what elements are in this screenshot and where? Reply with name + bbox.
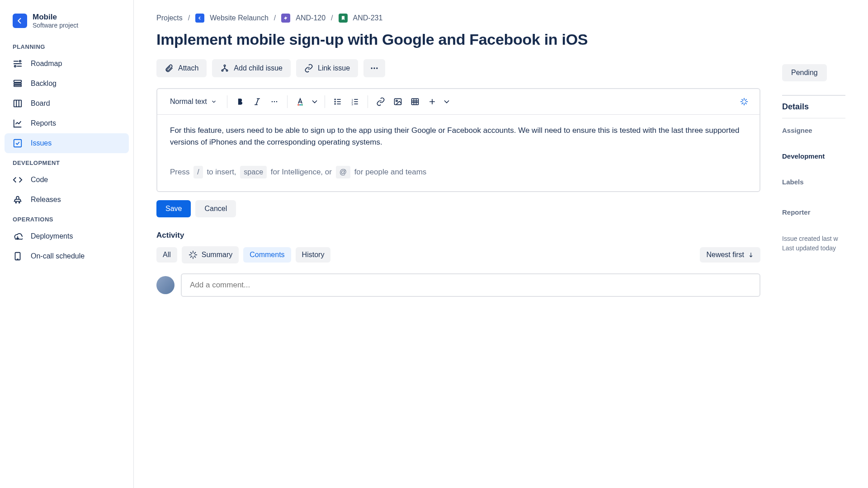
editor-toolbar: Normal text 123 <box>157 89 760 115</box>
breadcrumb-website-relaunch[interactable]: Website Relaunch <box>210 14 269 22</box>
numbered-list-icon: 123 <box>350 97 359 106</box>
breadcrumb-and-120[interactable]: AND-120 <box>296 14 326 22</box>
meta-created: Issue created last w <box>782 234 845 244</box>
details-panel: Pending Details Assignee Development Lab… <box>782 14 845 474</box>
editor-content[interactable]: For this feature, users need to be able … <box>157 115 760 191</box>
text-color-dropdown[interactable] <box>310 94 319 109</box>
svg-point-27 <box>335 103 335 104</box>
tab-summary-label: Summary <box>202 251 232 259</box>
svg-point-8 <box>19 202 20 203</box>
chevron-down-icon <box>211 99 217 105</box>
comment-input[interactable] <box>181 273 760 297</box>
cancel-button[interactable]: Cancel <box>195 200 236 217</box>
more-format-button[interactable] <box>267 94 282 109</box>
attach-icon <box>165 64 174 73</box>
ai-assist-button[interactable] <box>737 94 751 109</box>
bold-button[interactable] <box>233 94 247 109</box>
sidebar-item-releases[interactable]: Releases <box>5 190 129 210</box>
svg-point-12 <box>226 70 228 71</box>
sidebar-item-oncall[interactable]: On-call schedule <box>5 246 129 266</box>
field-reporter-label[interactable]: Reporter <box>782 208 845 216</box>
editor-hint: Press / to insert, space for Intelligenc… <box>170 166 747 179</box>
breadcrumb-projects[interactable]: Projects <box>156 14 183 22</box>
description-text: For this feature, users need to be able … <box>170 125 747 149</box>
chevron-down-icon <box>442 97 451 106</box>
add-child-icon <box>220 64 229 73</box>
sidebar-item-label: Board <box>31 99 50 108</box>
add-child-button[interactable]: Add child issue <box>212 59 291 77</box>
project-crumb-icon <box>195 14 204 23</box>
tab-comments[interactable]: Comments <box>243 247 291 263</box>
link-issue-button[interactable]: Link issue <box>296 59 358 77</box>
sidebar-item-code[interactable]: Code <box>5 170 129 190</box>
field-labels-label[interactable]: Labels <box>782 178 845 186</box>
status-dropdown[interactable]: Pending <box>782 64 827 81</box>
bold-icon <box>236 97 245 106</box>
slash-key: / <box>193 166 203 179</box>
image-icon <box>393 97 402 106</box>
sidebar-item-label: Issues <box>31 139 52 147</box>
text-style-dropdown[interactable]: Normal text <box>165 95 222 108</box>
section-label-operations: OPERATIONS <box>5 210 129 226</box>
svg-rect-3 <box>14 83 22 84</box>
breadcrumb-separator: / <box>188 14 190 22</box>
field-development-label[interactable]: Development <box>782 152 845 160</box>
backlog-icon <box>13 79 23 89</box>
breadcrumb-and-231[interactable]: AND-231 <box>353 14 383 22</box>
add-child-label: Add child issue <box>234 64 283 72</box>
toolbar-separator <box>287 95 288 108</box>
insert-image-button[interactable] <box>391 94 405 109</box>
breadcrumb-separator: / <box>274 14 276 22</box>
story-crumb-icon <box>339 14 348 23</box>
sidebar-item-label: Deployments <box>31 232 73 240</box>
project-header[interactable]: Mobile Software project <box>5 11 129 37</box>
insert-more-dropdown[interactable] <box>442 94 451 109</box>
oncall-icon <box>13 251 23 261</box>
sidebar-item-label: Releases <box>31 196 61 204</box>
sidebar-item-issues[interactable]: Issues <box>5 133 129 153</box>
svg-rect-5 <box>14 100 22 107</box>
code-icon <box>13 175 23 185</box>
sidebar-item-roadmap[interactable]: Roadmap <box>5 54 129 74</box>
insert-more-button[interactable] <box>425 94 439 109</box>
sidebar-item-reports[interactable]: Reports <box>5 113 129 133</box>
details-header[interactable]: Details <box>782 95 845 118</box>
deployments-icon <box>13 231 23 241</box>
more-actions-button[interactable] <box>363 59 385 77</box>
text-color-button[interactable] <box>293 94 307 109</box>
table-icon <box>410 97 420 106</box>
bullet-list-button[interactable] <box>330 94 345 109</box>
reports-icon <box>13 118 23 128</box>
sidebar-item-deployments[interactable]: Deployments <box>5 226 129 246</box>
sidebar-item-board[interactable]: Board <box>5 94 129 113</box>
insert-table-button[interactable] <box>408 94 422 109</box>
sort-button[interactable]: Newest first <box>700 247 760 263</box>
svg-point-19 <box>272 101 273 103</box>
insert-link-button[interactable] <box>373 94 388 109</box>
svg-point-15 <box>376 67 377 69</box>
issues-icon <box>13 138 23 148</box>
field-assignee-label[interactable]: Assignee <box>782 127 845 134</box>
svg-point-7 <box>15 202 16 203</box>
activity-heading: Activity <box>156 231 760 240</box>
svg-rect-2 <box>14 80 22 83</box>
italic-button[interactable] <box>250 94 264 109</box>
sidebar: Mobile Software project PLANNING Roadmap… <box>0 0 134 488</box>
sidebar-item-backlog[interactable]: Backlog <box>5 74 129 94</box>
space-key: space <box>240 166 267 179</box>
plus-icon <box>428 97 437 106</box>
numbered-list-button[interactable]: 123 <box>348 94 362 109</box>
avatar[interactable] <box>156 276 175 294</box>
svg-point-21 <box>276 101 278 103</box>
tab-all[interactable]: All <box>156 247 177 263</box>
tab-history[interactable]: History <box>296 247 331 263</box>
tab-summary[interactable]: Summary <box>182 246 239 263</box>
link-icon <box>304 64 313 73</box>
comment-composer <box>156 273 760 297</box>
attach-button[interactable]: Attach <box>156 59 207 77</box>
page-title[interactable]: Implement mobile sign-up with Google and… <box>156 31 760 48</box>
text-style-label: Normal text <box>170 98 207 106</box>
save-button[interactable]: Save <box>156 200 191 217</box>
arrow-down-icon <box>748 252 754 258</box>
svg-point-38 <box>396 100 397 102</box>
